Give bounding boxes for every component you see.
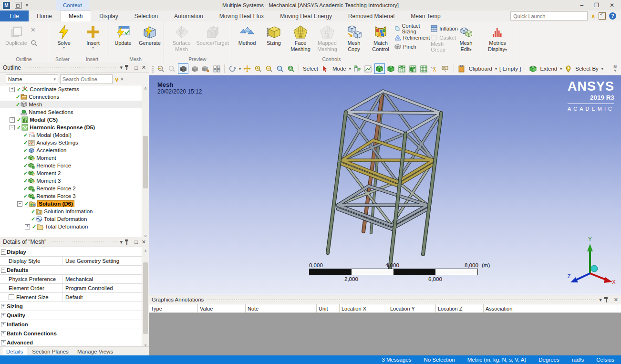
details-pin-icon[interactable]: [126, 239, 131, 245]
tree-item-coordinate-systems[interactable]: +✓ Coordinate Systems: [0, 85, 142, 93]
details-prop-row[interactable]: Display StyleUse Geometry Setting: [0, 257, 142, 266]
contact-sizing-button[interactable]: Contact Sizing: [394, 25, 430, 32]
box-zoom-icon[interactable]: [286, 64, 296, 73]
tree-item-moment[interactable]: ✓ Moment: [0, 154, 142, 162]
details-group-row[interactable]: +Quality: [0, 311, 142, 320]
find-icon[interactable]: [31, 40, 38, 47]
expand-toggle[interactable]: +: [10, 117, 15, 123]
sizing-button[interactable]: Sizing: [261, 23, 287, 47]
tab-removed-material[interactable]: Removed Material: [340, 10, 403, 21]
restore-button[interactable]: ❐: [594, 2, 599, 9]
clipboard-label[interactable]: Clipboard: [469, 66, 492, 72]
col-value[interactable]: Value: [198, 304, 246, 312]
tree-item-remote-force[interactable]: ✓ Remote Force: [0, 162, 142, 169]
toolbar-grip[interactable]: [152, 65, 154, 73]
mode-label[interactable]: Mode: [332, 66, 346, 72]
extend-label[interactable]: Extend: [540, 66, 557, 72]
label-tag-icon[interactable]: [0]: [441, 64, 451, 73]
minimize-button[interactable]: –: [580, 2, 583, 9]
outline-close-icon[interactable]: ✕: [142, 64, 146, 71]
tree-item-remote-force-3[interactable]: ✓ Remote Force 3: [0, 192, 142, 200]
tree-item-harmonic-response-d5[interactable]: −✓ Harmonic Response (D5): [0, 124, 142, 131]
graphics-viewport[interactable]: Mesh 20/02/2020 15:12 ANSYS 2019 R3 ACAD…: [149, 75, 621, 295]
select-face-filter-icon[interactable]: [397, 64, 407, 73]
tree-item-remote-force-2[interactable]: ✓ Remote Force 2: [0, 185, 142, 192]
search-expand-icon[interactable]: ∨: [114, 76, 119, 83]
select-vertex-filter-icon[interactable]: [374, 63, 385, 74]
details-scrollbar[interactable]: ∧∨: [142, 248, 149, 348]
tree-item-named-selections[interactable]: ✓ Named Selections: [0, 108, 142, 116]
tree-item-moment-3[interactable]: ✓ Moment 3: [0, 177, 142, 185]
select-by-label[interactable]: Select By: [575, 66, 599, 72]
mesh-model[interactable]: [149, 75, 621, 295]
details-menu-icon[interactable]: ▾: [120, 239, 123, 245]
tree-item-total-deformation[interactable]: ✓ Total Deformation: [0, 215, 142, 223]
select-vertices-icon[interactable]: [363, 64, 373, 73]
face-meshing-button[interactable]: Face Meshing: [288, 23, 313, 52]
zoom-in-icon[interactable]: [253, 64, 263, 73]
tab-moving-heat-flux[interactable]: Moving Heat Flux: [211, 10, 272, 21]
select-by-dropdown[interactable]: ▾: [601, 67, 603, 71]
element-size-checkbox[interactable]: [9, 294, 14, 300]
view-manager-icon[interactable]: [201, 64, 210, 73]
col-type[interactable]: Type: [149, 304, 198, 312]
outline-options-icon[interactable]: ▾: [121, 77, 124, 82]
mesh-copy-button[interactable]: Mesh Copy: [341, 23, 367, 52]
outline-menu-icon[interactable]: ▾: [120, 64, 123, 71]
duplicate-button[interactable]: Duplicate: [3, 23, 30, 47]
tree-item-mesh[interactable]: ✓ Mesh: [0, 101, 142, 108]
tree-item-solution-information[interactable]: ✓ i Solution Information: [0, 208, 142, 215]
save-icon[interactable]: [15, 2, 22, 9]
select-edge-filter-icon[interactable]: [386, 64, 396, 73]
select-flags-icon[interactable]: [352, 64, 362, 73]
tree-item-acceleration[interactable]: ✓ Acceleration: [0, 146, 142, 154]
tab-mean-temp[interactable]: Mean Temp: [403, 10, 448, 21]
outline-pin-icon[interactable]: [126, 65, 131, 70]
clipboard-dropdown[interactable]: ▾: [495, 67, 497, 71]
tab-selection[interactable]: Selection: [126, 10, 166, 21]
coordinate-pick-icon[interactable]: x,y,z: [430, 64, 440, 73]
tab-mesh[interactable]: Mesh: [60, 10, 91, 21]
outline-scrollbar[interactable]: ∧∨: [142, 85, 149, 239]
method-button[interactable]: Method: [234, 23, 260, 47]
metrics-display-button[interactable]: Metrics Display▾: [484, 23, 511, 52]
select-mesh-filter-icon[interactable]: [419, 64, 429, 73]
pan-icon[interactable]: [242, 64, 252, 73]
zoom-previous-icon[interactable]: [156, 64, 166, 73]
pinch-button[interactable]: Pinch: [394, 43, 430, 51]
details-group-row[interactable]: +Advanced: [0, 338, 142, 346]
tab-section-planes[interactable]: Section Planes: [28, 349, 72, 354]
col-location-z[interactable]: Location Z: [436, 304, 484, 312]
help-icon[interactable]: ?: [609, 12, 616, 20]
details-group-row[interactable]: +Sizing: [0, 302, 142, 311]
annotations-close-icon[interactable]: ✕: [614, 297, 618, 303]
status-temperature-unit[interactable]: Celsius: [596, 357, 614, 363]
quick-launch-input[interactable]: [510, 11, 588, 21]
details-prop-row[interactable]: Element SizeDefault: [0, 293, 142, 302]
close-button[interactable]: ✕: [610, 2, 614, 9]
search-outline-input[interactable]: [60, 74, 113, 84]
annotations-menu-icon[interactable]: ▾: [599, 297, 602, 303]
tab-automation[interactable]: Automation: [166, 10, 211, 21]
details-prop-row[interactable]: Element OrderProgram Controlled: [0, 284, 142, 293]
col-association[interactable]: Association: [484, 304, 621, 312]
expand-toggle[interactable]: +: [10, 87, 15, 92]
details-prop-row[interactable]: Physics PreferenceMechanical: [0, 275, 142, 284]
refinement-button[interactable]: A Refinement: [394, 34, 430, 42]
annotations-pin-icon[interactable]: [606, 297, 610, 302]
status-units[interactable]: Metric (m, kg, N, s, V, A): [467, 357, 527, 363]
look-at-icon[interactable]: [190, 64, 199, 73]
tab-manage-views[interactable]: Manage Views: [73, 349, 117, 354]
tree-item-modal-c5[interactable]: +✓ Modal (C5): [0, 116, 142, 124]
details-group-row[interactable]: +Batch Connections: [0, 329, 142, 338]
details-group-row[interactable]: −Defaults: [0, 266, 142, 275]
rotate-dropdown[interactable]: ▾: [239, 67, 241, 71]
insert-button[interactable]: Insert ▾: [80, 23, 106, 50]
tab-display[interactable]: Display: [91, 10, 126, 21]
zoom-fit-icon[interactable]: [275, 64, 285, 73]
select-cursor-icon[interactable]: [321, 64, 330, 73]
checklist-icon[interactable]: [599, 12, 606, 20]
isometric-view-icon[interactable]: [178, 63, 188, 74]
col-location-y[interactable]: Location Y: [388, 304, 436, 312]
extend-dropdown[interactable]: ▾: [560, 67, 562, 71]
